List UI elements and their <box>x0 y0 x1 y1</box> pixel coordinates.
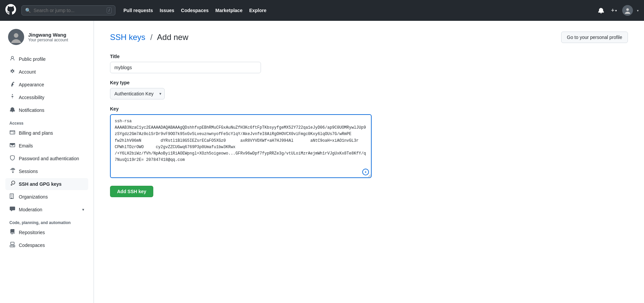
top-navigation: 🔍 / Pull requests Issues Codespaces Mark… <box>0 0 644 21</box>
access-nav-section: Billing and plans Emails Password and au… <box>5 127 88 216</box>
title-input[interactable] <box>110 62 261 73</box>
sidebar-item-label: Moderation <box>19 207 42 212</box>
key-label: Key <box>110 106 372 112</box>
code-section-label: Code, planning, and automation <box>5 216 88 226</box>
codespaces-icon <box>9 242 15 249</box>
chevron-down-icon: ▾ <box>615 9 617 12</box>
sidebar-item-organizations[interactable]: Organizations <box>5 191 88 203</box>
ssh-keys-breadcrumb-link[interactable]: SSH keys <box>110 33 145 42</box>
bell-icon <box>9 107 15 114</box>
sidebar-avatar <box>8 29 24 45</box>
breadcrumb-separator: / <box>148 33 155 42</box>
sidebar-item-label: Organizations <box>19 194 48 200</box>
sidebar-nav-section: Public profile Account Appearance Access… <box>5 53 88 116</box>
organization-icon <box>9 193 15 200</box>
sidebar-item-label: Notifications <box>19 107 44 113</box>
breadcrumb-current: Add new <box>157 33 188 42</box>
sidebar-item-emails[interactable]: Emails <box>5 140 88 152</box>
sidebar-item-label: Public profile <box>19 56 46 62</box>
search-bar[interactable]: 🔍 / <box>21 5 115 15</box>
sidebar-item-billing[interactable]: Billing and plans <box>5 127 88 139</box>
credit-card-icon <box>9 130 15 136</box>
add-ssh-key-button[interactable]: Add SSH key <box>110 186 153 197</box>
nav-explore[interactable]: Explore <box>247 6 269 15</box>
repo-icon <box>9 229 15 236</box>
comment-icon <box>9 206 15 213</box>
key-textarea[interactable]: ssh-rsa AAAAB3NzaC1yc2EAAAADAQABAAAgQDsh… <box>110 114 372 178</box>
key-textarea-container: ssh-rsa AAAAB3NzaC1yc2EAAAADAQABAAAgQDsh… <box>110 114 372 179</box>
sidebar-item-label: Appearance <box>19 82 44 87</box>
sidebar-item-label: Sessions <box>19 169 38 174</box>
sidebar-item-accessibility[interactable]: Accessibility <box>5 91 88 103</box>
github-logo-icon[interactable] <box>5 4 16 17</box>
notifications-button[interactable] <box>597 6 605 15</box>
sidebar-item-public-profile[interactable]: Public profile <box>5 53 88 65</box>
sidebar-item-label: Repositories <box>19 230 45 235</box>
title-form-group: Title <box>110 54 372 73</box>
code-nav-section: Repositories Codespaces <box>5 226 88 251</box>
plus-icon: + <box>611 7 614 14</box>
user-avatar-menu[interactable] <box>622 5 633 16</box>
nav-links: Pull requests Issues Codespaces Marketpl… <box>121 6 269 15</box>
key-form-group: Key ssh-rsa AAAAB3NzaC1yc2EAAAADAQABAAAg… <box>110 106 372 179</box>
nav-codespaces[interactable]: Codespaces <box>178 6 211 15</box>
avatar-chevron-icon: ▾ <box>637 9 639 12</box>
key-type-label: Key type <box>110 80 372 85</box>
sidebar-profile: Jingwang Wang Your personal account <box>5 29 88 45</box>
nav-pull-requests[interactable]: Pull requests <box>121 6 156 15</box>
create-new-button[interactable]: + ▾ <box>609 6 618 15</box>
paintbrush-icon <box>9 81 15 88</box>
shield-icon <box>9 155 15 162</box>
sidebar-profile-subtitle: Your personal account <box>28 38 68 42</box>
access-section-label: Access <box>5 117 88 127</box>
sidebar-item-label: SSH and GPG keys <box>19 181 62 187</box>
settings-sidebar: Jingwang Wang Your personal account Publ… <box>0 21 94 303</box>
topnav-right: + ▾ ▾ <box>597 5 639 16</box>
search-kbd: / <box>107 7 112 13</box>
main-content: SSH keys / Add new Go to your personal p… <box>94 21 644 303</box>
sidebar-item-label: Account <box>19 69 36 75</box>
key-type-form-group: Key type Authentication Key Signing Key … <box>110 80 372 99</box>
gear-icon <box>9 69 15 75</box>
sidebar-item-label: Accessibility <box>19 95 44 100</box>
go-to-profile-button[interactable]: Go to your personal profile <box>561 32 628 43</box>
page-header-row: SSH keys / Add new Go to your personal p… <box>110 32 628 43</box>
sidebar-item-ssh-gpg[interactable]: SSH and GPG keys <box>5 178 88 190</box>
user-icon <box>9 56 15 62</box>
page-container: Jingwang Wang Your personal account Publ… <box>0 21 644 303</box>
sidebar-item-moderation[interactable]: Moderation ▾ <box>5 204 88 216</box>
sidebar-item-appearance[interactable]: Appearance <box>5 79 88 91</box>
broadcast-icon <box>9 168 15 175</box>
sidebar-item-label: Codespaces <box>19 243 45 248</box>
sidebar-item-sessions[interactable]: Sessions <box>5 165 88 177</box>
nav-marketplace[interactable]: Marketplace <box>213 6 245 15</box>
search-input[interactable] <box>34 8 104 13</box>
sidebar-profile-info: Jingwang Wang Your personal account <box>28 32 68 42</box>
sidebar-item-codespaces[interactable]: Codespaces <box>5 239 88 251</box>
sidebar-item-label: Password and authentication <box>19 156 79 161</box>
sidebar-item-password[interactable]: Password and authentication <box>5 153 88 165</box>
title-label: Title <box>110 54 372 59</box>
chevron-down-icon: ▾ <box>82 207 84 212</box>
mail-icon <box>9 142 15 149</box>
key-icon <box>9 181 15 187</box>
add-ssh-key-form: Title Key type Authentication Key Signin… <box>110 54 372 197</box>
nav-issues[interactable]: Issues <box>157 6 177 15</box>
accessibility-icon <box>9 94 15 101</box>
sidebar-profile-name: Jingwang Wang <box>28 32 68 38</box>
key-type-select-wrapper: Authentication Key Signing Key ▾ <box>110 88 165 99</box>
sidebar-item-repositories[interactable]: Repositories <box>5 226 88 239</box>
key-type-select[interactable]: Authentication Key Signing Key <box>110 88 165 99</box>
sidebar-item-account[interactable]: Account <box>5 66 88 78</box>
sidebar-item-label: Emails <box>19 143 33 148</box>
sidebar-item-notifications[interactable]: Notifications <box>5 104 88 116</box>
sidebar-item-label: Billing and plans <box>19 130 53 136</box>
page-title: SSH keys / Add new <box>110 33 188 42</box>
search-icon: 🔍 <box>25 8 31 13</box>
